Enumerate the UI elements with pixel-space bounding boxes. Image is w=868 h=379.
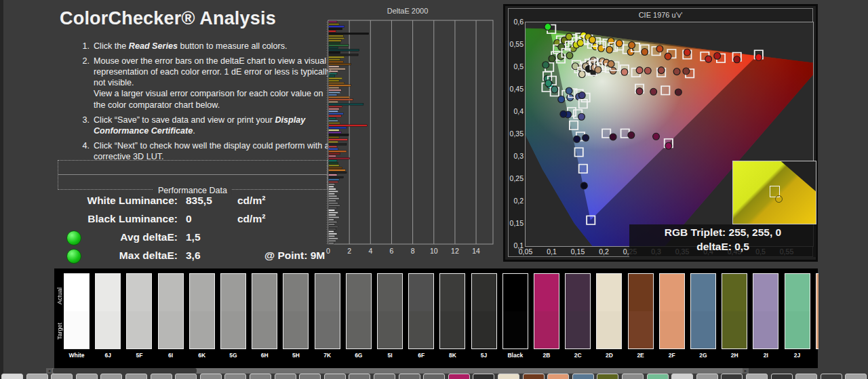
deltae-bar[interactable]: [329, 216, 340, 218]
comparator-swatch-5J[interactable]: [471, 273, 497, 349]
patch-button[interactable]: [299, 374, 321, 379]
deltae-bar[interactable]: [329, 21, 337, 22]
patch-button[interactable]: [151, 374, 172, 379]
deltae-bar[interactable]: [329, 195, 337, 197]
comparator-swatch-2G[interactable]: [690, 273, 716, 349]
deltae-bar[interactable]: [329, 85, 351, 86]
deltae-bar[interactable]: [329, 226, 338, 227]
deltae-bar[interactable]: [329, 61, 344, 62]
deltae-bar[interactable]: [329, 37, 344, 39]
deltae-bar[interactable]: [329, 202, 338, 203]
patch-button[interactable]: [547, 374, 569, 379]
deltae-bar[interactable]: [329, 96, 350, 98]
patch-button[interactable]: [473, 374, 494, 379]
patch-button[interactable]: [1, 374, 23, 379]
deltae-bar[interactable]: [329, 169, 346, 171]
deltae-bar[interactable]: [329, 40, 342, 41]
deltae-bar[interactable]: [329, 214, 336, 216]
deltae-bar[interactable]: [329, 66, 340, 67]
patch-button[interactable]: [671, 374, 693, 379]
comparator-swatch-6F[interactable]: [408, 273, 434, 349]
deltae-bar[interactable]: [329, 104, 363, 105]
scrollbar-right-arrow-icon[interactable]: ►: [743, 368, 749, 374]
deltae-bar[interactable]: [329, 184, 335, 185]
patch-button[interactable]: [175, 374, 197, 379]
deltae-bar[interactable]: [329, 106, 342, 107]
patch-button[interactable]: [845, 374, 867, 379]
deltae-bar[interactable]: [329, 87, 340, 88]
comparator-swatch-2J[interactable]: [785, 273, 810, 349]
comparator-swatch-2D[interactable]: [596, 273, 622, 349]
deltae-bar[interactable]: [329, 54, 359, 56]
deltae-bar[interactable]: [329, 80, 340, 81]
deltae-bar[interactable]: [329, 162, 338, 163]
deltae-bar[interactable]: [329, 210, 335, 211]
comparator-swatch-5G[interactable]: [220, 273, 246, 349]
deltae-bar[interactable]: [329, 224, 335, 225]
deltae-bar[interactable]: [329, 240, 336, 241]
comparator-swatch-6H[interactable]: [252, 273, 277, 349]
deltae-bar[interactable]: [329, 165, 340, 166]
deltae-bar[interactable]: [329, 160, 337, 161]
patch-button[interactable]: [26, 374, 48, 379]
patch-button[interactable]: [448, 374, 470, 379]
deltae-bar[interactable]: [329, 235, 335, 237]
deltae-bar[interactable]: [329, 200, 336, 201]
patch-button[interactable]: [125, 374, 147, 379]
deltae-bar[interactable]: [329, 45, 349, 46]
deltae-bar[interactable]: [329, 35, 344, 37]
deltae-bar[interactable]: [329, 212, 338, 213]
deltae-bar[interactable]: [329, 188, 336, 190]
deltae-bar[interactable]: [329, 129, 340, 131]
comparator-swatch-2F[interactable]: [659, 273, 685, 349]
deltae-bar[interactable]: [329, 120, 338, 121]
deltae-bar[interactable]: [329, 172, 347, 173]
comparator-swatch-2H[interactable]: [722, 273, 747, 349]
comparator-swatch-2C[interactable]: [565, 273, 591, 349]
patch-button[interactable]: [597, 374, 618, 379]
patch-button[interactable]: [100, 374, 122, 379]
deltae-bar[interactable]: [329, 148, 338, 150]
patch-button[interactable]: [275, 374, 296, 379]
comparator-swatch-White[interactable]: [64, 273, 90, 349]
deltae-bar[interactable]: [329, 68, 346, 69]
deltae-bar[interactable]: [329, 94, 337, 96]
comparator-swatch-6K[interactable]: [189, 273, 215, 349]
deltae-bar[interactable]: [329, 111, 338, 112]
deltae-bar[interactable]: [329, 71, 338, 72]
deltae-bar[interactable]: [329, 75, 335, 77]
deltae-bar[interactable]: [329, 228, 336, 230]
comparator-swatch-2I[interactable]: [753, 273, 778, 349]
comparator-swatch-5H[interactable]: [283, 273, 309, 349]
deltae-bar[interactable]: [329, 59, 340, 60]
comparator-swatch-6J[interactable]: [95, 273, 121, 349]
patch-button[interactable]: [374, 374, 395, 379]
comparator-swatch-8K[interactable]: [439, 273, 465, 349]
deltae-bar[interactable]: [329, 82, 344, 83]
deltae-bar[interactable]: [329, 134, 349, 136]
patch-button[interactable]: [696, 374, 718, 379]
deltae-bar[interactable]: [329, 52, 340, 53]
comparator-swatch-5F[interactable]: [126, 273, 152, 349]
patch-button[interactable]: [821, 374, 842, 379]
deltae-bar[interactable]: [329, 155, 336, 157]
deltae-bar[interactable]: [329, 191, 338, 192]
deltae-bar[interactable]: [329, 117, 336, 119]
deltae-bar[interactable]: [329, 144, 347, 145]
comparator-swatch-6G[interactable]: [346, 273, 372, 349]
deltae-bar[interactable]: [329, 174, 337, 176]
deltae-bar[interactable]: [329, 146, 337, 147]
patch-button[interactable]: [771, 374, 793, 379]
deltae-bar[interactable]: [329, 56, 344, 58]
scrollbar-left-arrow-icon[interactable]: ◄: [46, 368, 52, 374]
deltae-bar[interactable]: [329, 33, 369, 34]
deltae-bar[interactable]: [329, 151, 347, 152]
deltae-bar[interactable]: [329, 176, 344, 178]
deltae-bar[interactable]: [329, 26, 344, 27]
deltae-bar[interactable]: [329, 23, 340, 24]
deltae-bar[interactable]: [329, 167, 342, 168]
patch-button[interactable]: [647, 374, 669, 379]
patch-button[interactable]: [622, 374, 644, 379]
deltae-bar[interactable]: [329, 198, 340, 199]
deltae-bar[interactable]: [329, 47, 338, 48]
